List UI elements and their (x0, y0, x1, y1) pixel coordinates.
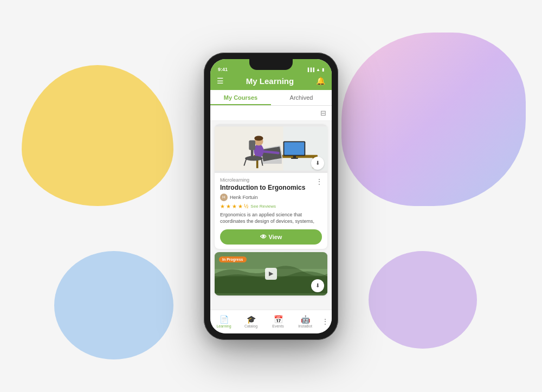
course-type-1: Microlearning (220, 177, 322, 183)
svg-rect-6 (284, 142, 304, 155)
download-button-1[interactable]: ⬇ (311, 157, 324, 170)
view-button-1[interactable]: 👁 View (220, 229, 322, 245)
tab-bar: My Courses Archived (210, 90, 332, 106)
svg-point-14 (254, 136, 263, 140)
course-author-1: H Henk Fortuin (220, 194, 322, 201)
author-avatar-1: H (220, 194, 228, 201)
menu-icon[interactable]: ☰ (217, 77, 224, 85)
nav-more-button[interactable]: ⋮ (319, 317, 332, 326)
nav-label-events: Events (272, 324, 283, 328)
wifi-icon: ▲ (316, 67, 320, 72)
star-3: ★ (232, 203, 237, 209)
download-button-2[interactable]: ⬇ (311, 279, 324, 292)
play-icon: ▶ (265, 268, 277, 280)
star-1: ★ (220, 203, 225, 209)
courses-list: ⬇ Microlearning Introduction to Ergonomi… (210, 121, 332, 310)
background-blob-pink (341, 33, 526, 206)
tab-archived[interactable]: Archived (271, 90, 332, 105)
course-card-1: ⬇ Microlearning Introduction to Ergonomi… (215, 124, 327, 249)
course-description-1: Ergonomics is an applied science that co… (220, 211, 322, 225)
status-time: 9:41 (218, 67, 228, 72)
status-icons: ▐▐▐ ▲ ▮ (306, 67, 324, 72)
phone-mockup: 9:41 ▐▐▐ ▲ ▮ ☰ My Learning 🔔 My Courses (204, 53, 338, 340)
filter-bar: ⊟ (210, 106, 332, 121)
more-options-button-1[interactable]: ⋮ (315, 177, 323, 186)
phone-screen: 9:41 ▐▐▐ ▲ ▮ ☰ My Learning 🔔 My Courses (210, 59, 332, 333)
learning-icon: 📄 (220, 315, 229, 324)
author-name-1: Henk Fortuin (230, 195, 258, 200)
page-title: My Learning (246, 76, 294, 86)
background-blob-purple (369, 251, 477, 349)
tab-my-courses[interactable]: My Courses (210, 90, 271, 105)
nav-item-events[interactable]: 📅 Events (264, 313, 292, 330)
svg-rect-17 (249, 140, 255, 150)
catalog-icon: 🎓 (247, 315, 256, 324)
nav-item-learning[interactable]: 📄 Learning (210, 313, 237, 330)
course-body-1: Microlearning Introduction to Ergonomics… (215, 173, 327, 249)
course-image-1: ⬇ (215, 124, 327, 173)
svg-point-18 (245, 156, 263, 160)
signal-icon: ▐▐▐ (306, 68, 314, 72)
instabot-icon: 🤖 (301, 315, 310, 324)
nav-item-instabot[interactable]: 🤖 InstaBot (292, 313, 319, 330)
bottom-nav: 📄 Learning 🎓 Catalog 📅 Events 🤖 InstaBot… (210, 310, 332, 333)
background-blob-blue (54, 251, 173, 359)
filter-icon[interactable]: ⊟ (320, 109, 326, 117)
svg-rect-7 (293, 156, 296, 158)
nav-item-catalog[interactable]: 🎓 Catalog (237, 313, 264, 330)
star-4: ★ (238, 203, 243, 209)
see-reviews-link[interactable]: See Reviews (250, 204, 276, 209)
nav-label-instabot: InstaBot (298, 324, 312, 328)
in-progress-badge: In Progress (219, 256, 247, 262)
eye-icon: 👁 (260, 233, 267, 241)
course-card-2: In Progress ▶ ⬇ (215, 252, 327, 295)
course-title-1: Introduction to Ergonomics (220, 184, 322, 191)
svg-rect-8 (291, 158, 298, 159)
star-half: ½ (244, 203, 248, 209)
course-rating-1: ★ ★ ★ ★ ½ See Reviews (220, 203, 322, 209)
app-header: ☰ My Learning 🔔 (210, 74, 332, 90)
phone-frame: 9:41 ▐▐▐ ▲ ▮ ☰ My Learning 🔔 My Courses (204, 53, 338, 340)
phone-notch (249, 59, 293, 70)
nav-label-catalog: Catalog (244, 324, 257, 328)
star-2: ★ (226, 203, 231, 209)
background-blob-yellow (22, 65, 173, 206)
bell-icon[interactable]: 🔔 (316, 76, 325, 85)
events-icon: 📅 (274, 315, 283, 324)
nav-label-learning: Learning (216, 324, 231, 328)
battery-icon: ▮ (322, 67, 324, 72)
